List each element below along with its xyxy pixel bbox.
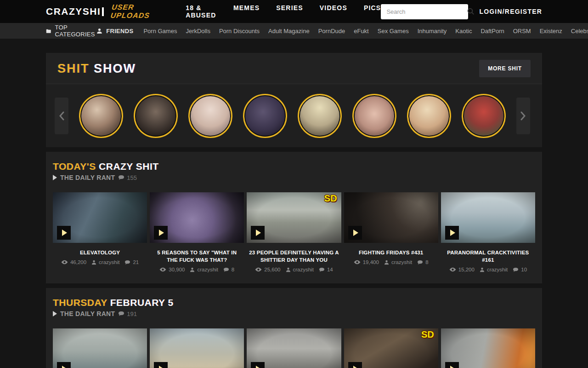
- video-thumbnail[interactable]: [247, 328, 341, 368]
- sd-quality-badge: SD: [324, 193, 337, 204]
- play-button[interactable]: [445, 362, 459, 368]
- daily-rant-link[interactable]: THE DAILY RANT 155: [53, 174, 535, 181]
- top-categories-label: TOP CATEGORIES: [55, 24, 97, 38]
- video-card: [53, 328, 147, 368]
- menu-item-videos[interactable]: VIDEOS: [320, 4, 347, 19]
- play-button[interactable]: [57, 362, 71, 368]
- uploader-stat[interactable]: crazyshit: [91, 259, 119, 265]
- chevron-right-icon: [520, 111, 526, 121]
- search-input[interactable]: [386, 8, 467, 15]
- video-title[interactable]: PARANORMAL CRACKTIVITIES #161: [443, 249, 533, 264]
- search-button[interactable]: [467, 6, 475, 17]
- link-celebs[interactable]: Celebs: [571, 28, 588, 34]
- shit-show-title: SHIT SHOW: [57, 62, 136, 76]
- section-title-thursday: THURSDAY FEBRUARY 5: [53, 297, 535, 308]
- link-daftporn[interactable]: DaftPorn: [481, 28, 504, 34]
- video-thumbnail[interactable]: [150, 192, 244, 243]
- link-adult-magazine[interactable]: Adult Magazine: [268, 28, 310, 34]
- friends-link[interactable]: FRIENDS: [96, 28, 133, 34]
- carousel-item[interactable]: [352, 94, 396, 138]
- link-inhumanity[interactable]: Inhumanity: [418, 28, 447, 34]
- play-button[interactable]: [445, 226, 459, 240]
- play-button[interactable]: [251, 362, 265, 368]
- video-title[interactable]: ELEVATOLOGY: [55, 249, 145, 256]
- link-kaotic[interactable]: Kaotic: [455, 28, 472, 34]
- person-icon: [286, 267, 291, 272]
- tagline-user-uploads: USER UPLOADS: [110, 3, 171, 20]
- menu-item-pics[interactable]: PICS: [364, 4, 381, 19]
- daily-rant-label: THE DAILY RANT: [60, 174, 115, 181]
- top-categories-dropdown[interactable]: TOP CATEGORIES: [46, 24, 96, 38]
- uploader-stat[interactable]: crazyshit: [384, 259, 412, 265]
- link-existenz[interactable]: Existenz: [540, 28, 562, 34]
- carousel-item[interactable]: [462, 94, 506, 138]
- video-thumbnail[interactable]: [441, 328, 535, 368]
- shit-show-carousel: [46, 84, 542, 147]
- video-stats: 19,400 crazyshit 8: [344, 259, 438, 265]
- video-card: 5 REASONS TO SAY "WHAT IN THE FUCK WAS T…: [150, 192, 244, 272]
- play-triangle-icon: [53, 311, 57, 316]
- comments-stat: 14: [319, 267, 333, 272]
- uploader-stat[interactable]: crazyshit: [190, 267, 218, 272]
- carousel-item[interactable]: [243, 94, 287, 138]
- person-icon: [96, 28, 102, 34]
- carousel-item[interactable]: [134, 94, 178, 138]
- video-thumbnail[interactable]: [53, 328, 147, 368]
- play-triangle-icon: [53, 175, 57, 180]
- video-title[interactable]: 5 REASONS TO SAY "WHAT IN THE FUCK WAS T…: [152, 249, 242, 264]
- daily-rant-link[interactable]: THE DAILY RANT 191: [53, 310, 535, 317]
- link-porn-games[interactable]: Porn Games: [143, 28, 177, 34]
- link-jerkdolls[interactable]: JerkDolls: [186, 28, 210, 34]
- thursday-february-5-section: THURSDAY FEBRUARY 5 THE DAILY RANT 191 S: [46, 288, 542, 368]
- menu-item-18-and-abused[interactable]: 18 & ABUSED: [186, 4, 217, 19]
- play-button[interactable]: [348, 362, 362, 368]
- play-icon: [450, 366, 455, 368]
- link-sex-games[interactable]: Sex Games: [378, 28, 409, 34]
- video-thumbnail[interactable]: [53, 192, 147, 243]
- video-thumbnail[interactable]: [344, 192, 438, 243]
- carousel-next-button[interactable]: [516, 98, 530, 134]
- video-stats: 30,900 crazyshit 8: [150, 267, 244, 272]
- video-thumbnail[interactable]: [441, 192, 535, 243]
- carousel-item[interactable]: [298, 94, 342, 138]
- comment-bubble-icon: [417, 260, 423, 265]
- play-icon: [256, 366, 261, 368]
- play-button[interactable]: [251, 226, 265, 240]
- site-logo[interactable]: CRAZYSHI: [46, 6, 104, 17]
- carousel-item[interactable]: [188, 94, 232, 138]
- comment-bubble-icon: [319, 267, 325, 272]
- uploader-stat[interactable]: crazyshit: [480, 267, 508, 272]
- carousel-item[interactable]: [79, 94, 123, 138]
- uploader-stat[interactable]: crazyshit: [286, 267, 314, 272]
- carousel-item[interactable]: [407, 94, 451, 138]
- daily-rant-comment-count: 191: [118, 310, 137, 317]
- play-button[interactable]: [154, 226, 168, 240]
- link-orsm[interactable]: ORSM: [513, 28, 531, 34]
- person-icon: [384, 260, 389, 265]
- comment-bubble-icon: [513, 267, 519, 272]
- shit-show-title-part1: SHIT: [57, 62, 90, 75]
- carousel-prev-button[interactable]: [55, 98, 68, 134]
- daily-rant-comment-count: 155: [118, 174, 137, 181]
- friends-label: FRIENDS: [106, 28, 133, 34]
- section-title-part1: THURSDAY: [53, 297, 107, 308]
- play-button[interactable]: [348, 226, 362, 240]
- sub-nav: TOP CATEGORIES FRIENDS Porn Games JerkDo…: [0, 23, 588, 39]
- play-button[interactable]: [154, 362, 168, 368]
- video-thumbnail[interactable]: [150, 328, 244, 368]
- menu-item-series[interactable]: SERIES: [276, 4, 303, 19]
- video-title[interactable]: 23 PEOPLE DEFINITELY HAVING A SHITTIER D…: [249, 249, 339, 264]
- play-button[interactable]: [57, 226, 71, 240]
- todays-crazy-shit-section: TODAY'S CRAZY SHIT THE DAILY RANT 155 EL…: [46, 152, 542, 283]
- more-shit-button[interactable]: MORE SHIT: [479, 60, 531, 77]
- login-register-button[interactable]: LOGIN/REGISTER: [479, 8, 542, 15]
- comment-bubble-icon: [118, 175, 124, 180]
- video-thumbnail[interactable]: SD: [247, 192, 341, 243]
- video-thumbnail[interactable]: SD: [344, 328, 438, 368]
- link-porndude[interactable]: PornDude: [318, 28, 345, 34]
- comments-stat: 8: [417, 259, 428, 265]
- video-title[interactable]: FIGHTING FRIDAYS #431: [346, 249, 436, 256]
- link-porn-discounts[interactable]: Porn Discounts: [219, 28, 260, 34]
- link-efukt[interactable]: eFukt: [354, 28, 369, 34]
- menu-item-memes[interactable]: MEMES: [233, 4, 260, 19]
